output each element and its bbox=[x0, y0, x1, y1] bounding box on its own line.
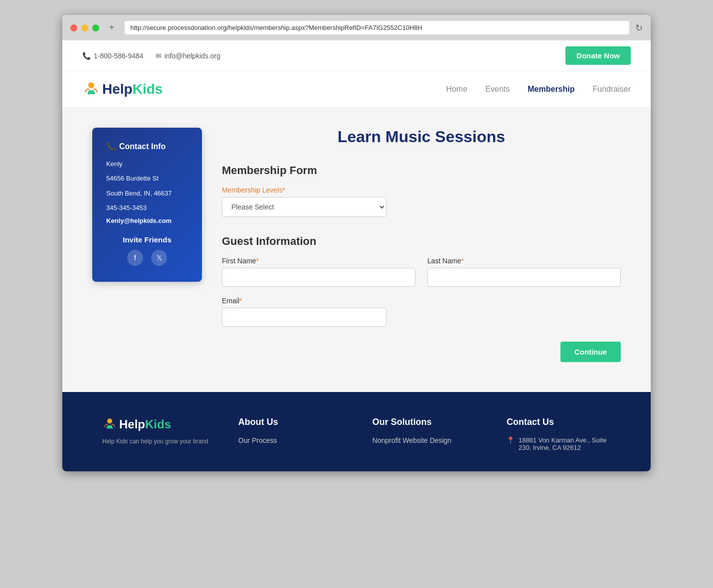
phone-icon: 📞 bbox=[82, 52, 91, 60]
address-bar[interactable]: http://secure.processdonation.org/helpki… bbox=[125, 21, 629, 34]
main-content: Learn Music Sessions Membership Form Mem… bbox=[222, 128, 621, 362]
membership-form-title: Membership Form bbox=[222, 164, 621, 177]
phone-number: 1-800-586-9484 bbox=[94, 52, 144, 60]
maximize-dot[interactable] bbox=[92, 24, 99, 31]
first-name-input[interactable] bbox=[222, 268, 415, 287]
phone-contact: 📞 1-800-586-9484 bbox=[82, 52, 144, 60]
logo-kids: Kids bbox=[133, 81, 163, 97]
browser-window: + http://secure.processdonation.org/help… bbox=[62, 15, 651, 471]
contact-name: Kenly bbox=[106, 158, 188, 170]
footer-about-title: About Us bbox=[238, 417, 343, 427]
minimize-dot[interactable] bbox=[81, 24, 88, 31]
membership-levels-label: Membership Levels* bbox=[222, 186, 621, 194]
twitter-icon[interactable]: 𝕏 bbox=[151, 250, 167, 266]
email-icon: ✉ bbox=[156, 52, 162, 60]
close-dot[interactable] bbox=[70, 24, 77, 31]
nav-home[interactable]: Home bbox=[446, 85, 468, 94]
last-name-label: Last Name* bbox=[427, 257, 621, 265]
contact-card: 📞 Contact Info Kenly 54656 Burdette St S… bbox=[92, 128, 202, 282]
nav-events[interactable]: Events bbox=[485, 85, 510, 94]
email-group: Email* bbox=[222, 297, 386, 327]
svg-point-0 bbox=[88, 82, 94, 88]
last-name-input[interactable] bbox=[427, 268, 621, 287]
contact-email: Kenly@helpkids.com bbox=[106, 217, 188, 224]
footer-contact: Contact Us 📍 18881 Von Karman Ave., Suit… bbox=[507, 417, 611, 451]
window-controls bbox=[70, 24, 99, 31]
facebook-icon[interactable]: f bbox=[127, 250, 143, 266]
invite-title: Invite Friends bbox=[106, 235, 188, 244]
donate-now-button[interactable]: Donate Now bbox=[565, 46, 631, 65]
nav-membership[interactable]: Membership bbox=[528, 85, 574, 94]
contact-card-title: 📞 Contact Info bbox=[106, 142, 188, 151]
footer-brand: HelpKids Help Kids can help you grow you… bbox=[102, 417, 208, 445]
location-icon: 📍 bbox=[507, 436, 515, 444]
footer-nonprofit-design[interactable]: Nonprofit Website Design bbox=[372, 436, 477, 444]
nav-fundraiser[interactable]: Fundraiser bbox=[593, 85, 631, 94]
nav-bar: HelpKids Home Events Membership Fundrais… bbox=[62, 71, 651, 108]
logo-icon bbox=[82, 80, 100, 98]
footer-address: 📍 18881 Von Karman Ave., Suite 230, Irvi… bbox=[507, 436, 611, 451]
top-bar: 📞 1-800-586-9484 ✉ info@helpkids.org Don… bbox=[62, 40, 651, 71]
content-area: 📞 Contact Info Kenly 54656 Burdette St S… bbox=[62, 108, 651, 392]
footer-logo-help: Help bbox=[119, 417, 145, 431]
membership-form-section: Membership Form Membership Levels* Pleas… bbox=[222, 164, 621, 217]
continue-button[interactable]: Continue bbox=[560, 342, 621, 362]
guest-info-section: Guest Information First Name* Last Name* bbox=[222, 235, 621, 362]
footer-logo-kids: Kids bbox=[145, 417, 171, 431]
name-row: First Name* Last Name* bbox=[222, 257, 621, 287]
logo: HelpKids bbox=[82, 80, 163, 98]
footer-solutions-title: Our Solutions bbox=[372, 417, 477, 427]
email-address: info@helpkids.org bbox=[165, 52, 220, 60]
site-wrapper: 📞 1-800-586-9484 ✉ info@helpkids.org Don… bbox=[62, 40, 651, 471]
first-name-group: First Name* bbox=[222, 257, 415, 287]
membership-levels-select[interactable]: Please Select Basic Standard Premium bbox=[222, 197, 386, 217]
social-icons: f 𝕏 bbox=[106, 250, 188, 266]
svg-point-1 bbox=[107, 418, 112, 423]
page-title: Learn Music Sessions bbox=[222, 128, 621, 146]
main-nav: Home Events Membership Fundraiser bbox=[446, 85, 631, 94]
url-text: http://secure.processdonation.org/helpki… bbox=[131, 24, 423, 31]
contact-phone: 345-345-3453 bbox=[106, 202, 188, 213]
continue-btn-wrap: Continue bbox=[222, 342, 621, 362]
membership-levels-field: Membership Levels* Please Select Basic S… bbox=[222, 186, 621, 217]
logo-help: Help bbox=[102, 81, 133, 97]
contact-address1: 54656 Burdette St bbox=[106, 173, 188, 184]
email-input[interactable] bbox=[222, 308, 386, 327]
guest-info-title: Guest Information bbox=[222, 235, 621, 248]
footer-about: About Us Our Process bbox=[238, 417, 343, 448]
last-name-group: Last Name* bbox=[427, 257, 621, 287]
footer: HelpKids Help Kids can help you grow you… bbox=[62, 392, 651, 471]
footer-logo-icon bbox=[102, 417, 117, 432]
browser-titlebar: + http://secure.processdonation.org/help… bbox=[62, 15, 651, 40]
footer-contact-title: Contact Us bbox=[507, 417, 611, 427]
footer-solutions: Our Solutions Nonprofit Website Design bbox=[372, 417, 477, 448]
footer-tagline: Help Kids can help you grow your brand bbox=[102, 438, 208, 445]
first-name-label: First Name* bbox=[222, 257, 415, 265]
phone-icon-card: 📞 bbox=[106, 142, 116, 151]
contact-address2: South Bend, IN, 46637 bbox=[106, 188, 188, 199]
top-bar-left: 📞 1-800-586-9484 ✉ info@helpkids.org bbox=[82, 52, 220, 60]
email-contact: ✉ info@helpkids.org bbox=[156, 52, 220, 60]
refresh-button[interactable]: ↻ bbox=[635, 22, 643, 33]
required-marker: * bbox=[282, 186, 285, 194]
email-label: Email* bbox=[222, 297, 386, 305]
new-tab-button[interactable]: + bbox=[105, 21, 119, 34]
footer-our-process[interactable]: Our Process bbox=[238, 436, 343, 444]
